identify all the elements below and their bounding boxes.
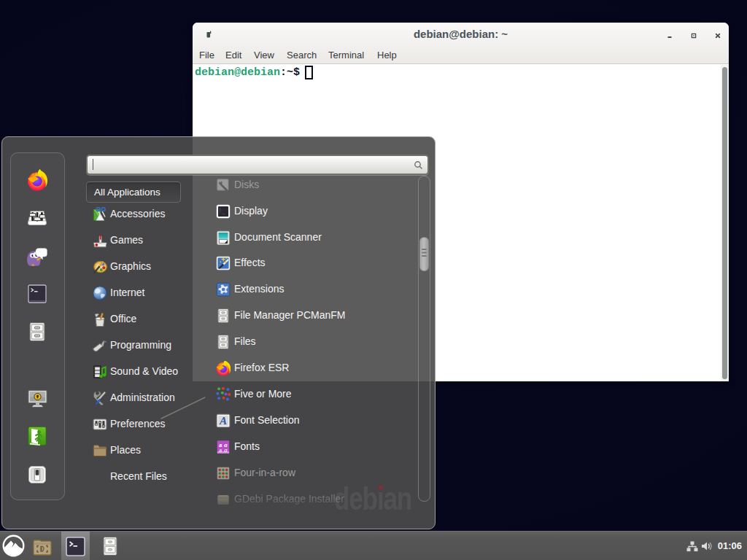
svg-text:a: a	[219, 446, 222, 454]
svg-text:A: A	[219, 414, 227, 427]
svg-text:a: a	[224, 446, 228, 454]
